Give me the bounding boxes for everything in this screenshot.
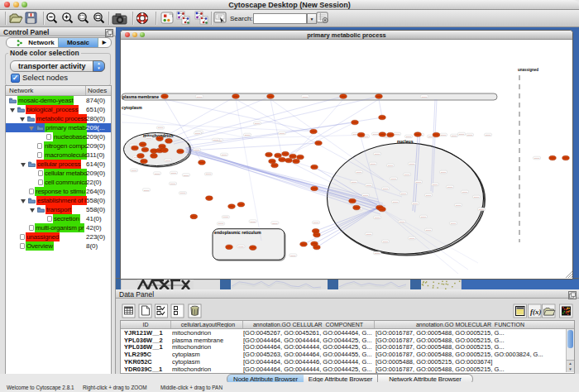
svg-text:[xxxx]: [xxxx] xyxy=(393,201,398,203)
svg-text:[xxxx]: [xxxx] xyxy=(388,165,393,167)
svg-text:[xxxx]: [xxxx] xyxy=(373,133,378,136)
svg-text:[xxxx]: [xxxx] xyxy=(366,184,371,187)
svg-text:[xxxx]: [xxxx] xyxy=(401,193,406,195)
svg-text:[xxxx]: [xxxx] xyxy=(180,192,185,194)
svg-text:[xxxx]: [xxxx] xyxy=(456,204,461,207)
svg-text:[xxxx]: [xxxx] xyxy=(426,229,431,232)
svg-text:[xxxx]: [xxxx] xyxy=(170,183,175,185)
svg-text:plasma membrane: plasma membrane xyxy=(122,94,159,99)
svg-text:[xxxx]: [xxxx] xyxy=(255,122,260,125)
svg-text:[xxxx]: [xxxx] xyxy=(391,178,396,180)
svg-text:[xxxx]: [xxxx] xyxy=(462,191,467,194)
svg-text:[xxxx]: [xxxx] xyxy=(447,186,452,189)
svg-text:[xxxx]: [xxxx] xyxy=(486,134,490,136)
svg-text:f(x): f(x) xyxy=(530,308,542,316)
svg-text:[xxxx]: [xxxx] xyxy=(459,133,464,136)
svg-text:[xxxx]: [xxxx] xyxy=(251,221,256,223)
svg-text:[xxxx]: [xxxx] xyxy=(441,134,446,136)
svg-text:[xxxx]: [xxxx] xyxy=(303,96,308,98)
svg-text:[xxxx]: [xxxx] xyxy=(474,196,479,198)
svg-text:[xxxx]: [xxxx] xyxy=(290,255,295,257)
svg-text:[xxxx]: [xxxx] xyxy=(155,173,160,175)
svg-text:[xxxx]: [xxxx] xyxy=(422,96,427,98)
svg-text:[xxxx]: [xxxx] xyxy=(375,153,380,155)
svg-text:[xxxx]: [xxxx] xyxy=(441,171,446,174)
svg-text:[xxxx]: [xxxx] xyxy=(352,181,356,184)
svg-text:[xxxx]: [xxxx] xyxy=(375,252,380,255)
svg-text:[xxxx]: [xxxx] xyxy=(366,233,371,236)
svg-text:[xxxx]: [xxxx] xyxy=(213,139,218,141)
svg-text:[xxxx]: [xxxx] xyxy=(413,203,418,205)
svg-text:[xxxx]: [xxxx] xyxy=(313,222,318,224)
svg-text:[xxxx]: [xxxx] xyxy=(433,184,438,186)
svg-text:[xxxx]: [xxxx] xyxy=(375,217,380,219)
svg-text:[xxxx]: [xxxx] xyxy=(404,174,409,176)
svg-text:[xxxx]: [xxxx] xyxy=(146,137,151,140)
svg-text:[xxxx]: [xxxx] xyxy=(165,160,170,162)
svg-text:[xxxx]: [xxxx] xyxy=(395,133,400,136)
svg-text:[xxxx]: [xxxx] xyxy=(421,216,426,218)
svg-text:nucleus: nucleus xyxy=(397,139,414,144)
svg-text:[xxxx]: [xxxx] xyxy=(132,170,136,172)
svg-text:[xxxx]: [xxxx] xyxy=(371,163,376,165)
svg-text:cytoplasm: cytoplasm xyxy=(122,105,142,110)
svg-text:[xxxx]: [xxxx] xyxy=(223,216,228,218)
svg-text:[xxxx]: [xxxx] xyxy=(426,194,431,197)
svg-text:[xxxx]: [xxxx] xyxy=(451,222,456,225)
svg-text:[xxxx]: [xxxx] xyxy=(245,134,250,136)
svg-text:[xxxx]: [xxxx] xyxy=(238,246,243,248)
svg-text:[xxxx]: [xxxx] xyxy=(452,135,457,137)
svg-text:[xxxx]: [xxxx] xyxy=(383,241,388,243)
svg-text:[xxxx]: [xxxx] xyxy=(195,132,200,135)
svg-text:[xxxx]: [xxxx] xyxy=(206,173,211,175)
svg-text:[xxxx]: [xxxx] xyxy=(400,221,404,223)
svg-text:endoplasmic reticulum: endoplasmic reticulum xyxy=(214,230,261,235)
svg-text:[xxxx]: [xxxx] xyxy=(356,171,361,174)
svg-text:[xxxx]: [xxxx] xyxy=(406,136,411,138)
svg-text:[xxxx]: [xxxx] xyxy=(534,157,539,160)
svg-text:[xxxx]: [xxxx] xyxy=(272,222,277,225)
svg-text:[xxxx]: [xxxx] xyxy=(363,194,368,197)
svg-text:[xxxx]: [xxxx] xyxy=(280,132,285,135)
svg-text:unassigned: unassigned xyxy=(518,68,538,72)
svg-text:[xxxx]: [xxxx] xyxy=(184,174,189,177)
svg-text:[xxxx]: [xxxx] xyxy=(416,181,421,184)
svg-text:[xxxx]: [xxxx] xyxy=(144,189,149,192)
svg-text:[xxxx]: [xxxx] xyxy=(222,154,227,156)
svg-text:[xxxx]: [xxxx] xyxy=(194,149,199,151)
svg-text:[xxxx]: [xxxx] xyxy=(218,222,223,225)
svg-text:[xxxx]: [xxxx] xyxy=(479,208,484,211)
svg-text:[xxxx]: [xxxx] xyxy=(383,188,388,190)
svg-text:[xxxx]: [xxxx] xyxy=(467,134,472,136)
svg-text:[xxxx]: [xxxx] xyxy=(409,163,414,165)
svg-text:[xxxx]: [xxxx] xyxy=(409,237,414,240)
svg-text:[xxxx]: [xxxx] xyxy=(171,172,176,174)
svg-text:[xxxx]: [xxxx] xyxy=(197,96,202,98)
svg-text:[xxxx]: [xxxx] xyxy=(158,127,163,129)
